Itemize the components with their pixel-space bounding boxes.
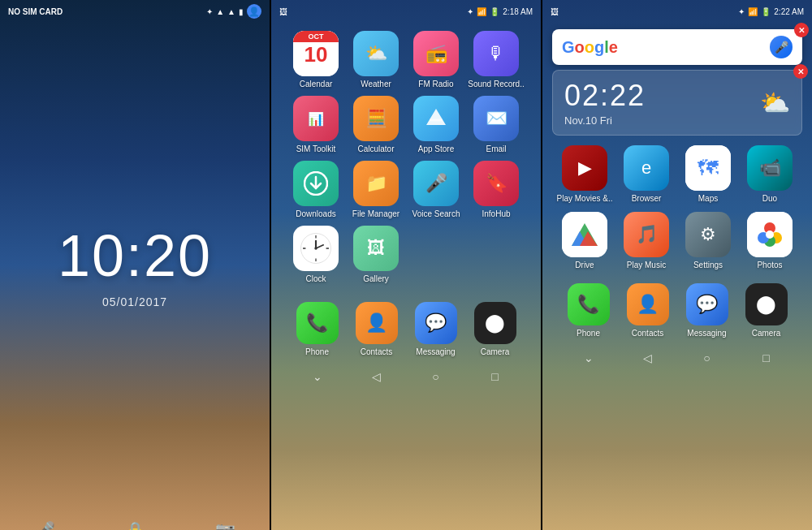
- calendar-icon: OCT 10: [293, 31, 339, 76]
- phone-label: Phone: [305, 347, 329, 357]
- dock-camera[interactable]: ⬤ Camera: [474, 302, 516, 357]
- voicesearch-label: Voice Search: [412, 209, 460, 219]
- home-camera-label: Camera: [752, 329, 781, 338]
- home-apps-grid: ▶ Play Movies &.. e Browser 🗺 Maps 📹 Duo: [542, 142, 812, 274]
- battery-icon3: 🔋: [761, 7, 771, 16]
- home-nav-recents[interactable]: □: [757, 348, 776, 368]
- play-music-label: Play Music: [627, 261, 666, 270]
- home-camera-icon: ⬤: [745, 283, 788, 325]
- app-maps[interactable]: 🗺 Maps: [679, 145, 737, 204]
- app-duo[interactable]: 📹 Duo: [741, 145, 799, 204]
- home-status-left-icons: 🖼: [551, 7, 559, 16]
- downloads-icon: [293, 161, 339, 206]
- no-sim-text: NO SIM CARD: [8, 7, 63, 16]
- home-phone-icon: 📞: [568, 283, 610, 325]
- app-play-movies[interactable]: ▶ Play Movies &..: [555, 145, 614, 204]
- play-music-icon: 🎵: [624, 212, 669, 257]
- maps-label: Maps: [698, 194, 718, 204]
- home-nav-home[interactable]: ○: [698, 348, 717, 368]
- home-dock-contacts[interactable]: 👤 Contacts: [627, 283, 669, 338]
- email-icon: ✉️: [473, 96, 519, 141]
- app-weather[interactable]: ⛅ Weather: [348, 31, 404, 89]
- avatar-icon: 👤: [247, 4, 261, 19]
- time-text: 2:18 AM: [503, 7, 533, 16]
- app-fm-radio[interactable]: 📻 FM Radio: [408, 31, 464, 89]
- cal-header: OCT: [293, 31, 339, 42]
- clock-widget: ✕ 02:22 Nov.10 Fri ⛅: [552, 70, 802, 136]
- camera-icon-dock: ⬤: [474, 302, 516, 344]
- app-sound-recorder[interactable]: 🎙 Sound Record..: [468, 31, 525, 89]
- app-settings[interactable]: ⚙ Settings: [679, 212, 737, 270]
- photos-icon-inner: [747, 212, 793, 257]
- lock-date: 05/01/2017: [102, 295, 167, 308]
- infohub-label: InfoHub: [482, 209, 510, 219]
- app-browser[interactable]: e Browser: [617, 145, 676, 204]
- weather-label: Weather: [361, 80, 391, 89]
- weather-icon: ⛅: [353, 31, 399, 76]
- google-mic-button[interactable]: 🎤: [770, 36, 793, 58]
- app-calendar[interactable]: OCT 10 Calendar: [287, 31, 344, 89]
- home-dock-messaging[interactable]: 💬 Messaging: [686, 283, 728, 338]
- sim-label: SIM Toolkit: [296, 144, 336, 154]
- dock-messaging[interactable]: 💬 Messaging: [415, 302, 457, 357]
- drive-icon-inner: [562, 212, 607, 257]
- home-messaging-icon: 💬: [686, 283, 728, 325]
- nav-home[interactable]: ○: [426, 367, 446, 386]
- google-widget-close[interactable]: ✕: [794, 23, 809, 37]
- home-phone-label: Phone: [577, 329, 600, 338]
- google-search-widget[interactable]: ✕ Google 🎤: [552, 29, 802, 65]
- apps-nav-bar: ⌄ ◁ ○ □: [271, 364, 541, 390]
- drive-label: Drive: [575, 261, 594, 270]
- camera-icon[interactable]: 📷: [213, 518, 237, 530]
- app-voice-search[interactable]: 🎤 Voice Search: [408, 161, 464, 219]
- play-movies-label: Play Movies &..: [557, 194, 613, 204]
- clock-widget-time: 02:22: [564, 79, 646, 113]
- home-nav-back[interactable]: ◁: [638, 348, 658, 368]
- app-gallery[interactable]: 🖼 Gallery: [348, 226, 404, 284]
- lock-icon[interactable]: 🔒: [123, 518, 147, 530]
- wifi-icon3: 📶: [748, 7, 758, 16]
- nav-chevron-down[interactable]: ⌄: [308, 367, 327, 386]
- clock-widget-close[interactable]: ✕: [793, 64, 808, 79]
- apps-status-bar: 🖼 ✦ 📶 🔋 2:18 AM: [271, 0, 541, 23]
- gallery-label: Gallery: [363, 274, 389, 284]
- dock-contacts[interactable]: 👤 Contacts: [356, 302, 398, 357]
- app-email[interactable]: ✉️ Email: [468, 96, 525, 154]
- voice-rec-icon: 🎙: [473, 31, 519, 76]
- home-contacts-label: Contacts: [632, 329, 663, 338]
- browser-label: Browser: [632, 194, 662, 204]
- app-drive[interactable]: Drive: [555, 212, 614, 270]
- app-calculator[interactable]: 🧮 Calculator: [348, 96, 404, 154]
- clock-widget-date: Nov.10 Fri: [564, 114, 646, 127]
- dock-phone[interactable]: 📞 Phone: [296, 302, 339, 357]
- home-status-right: ✦ 📶 🔋 2:22 AM: [738, 7, 804, 16]
- appstore-label: App Store: [418, 144, 454, 154]
- maps-icon: 🗺: [685, 145, 731, 191]
- app-drawer-panel: 🖼 ✦ 📶 🔋 2:18 AM OCT 10 Calendar ⛅ Weathe…: [271, 0, 541, 530]
- apps-dock: 📞 Phone 👤 Contacts 💬 Messaging ⬤ Camera: [271, 295, 541, 364]
- filemanager-label: File Manager: [352, 209, 400, 219]
- svg-point-9: [314, 247, 317, 249]
- app-clock[interactable]: Clock: [287, 226, 344, 284]
- app-file-manager[interactable]: 📁 File Manager: [348, 161, 404, 219]
- app-photos[interactable]: Photos: [741, 212, 799, 270]
- home-dock-phone[interactable]: 📞 Phone: [568, 283, 610, 338]
- app-appstore[interactable]: App Store: [408, 96, 464, 154]
- app-infohub[interactable]: 🔖 InfoHub: [468, 161, 525, 219]
- messaging-icon: 💬: [415, 302, 457, 344]
- app-downloads[interactable]: Downloads: [287, 161, 344, 219]
- duo-icon: 📹: [747, 145, 793, 191]
- maps-icon-inner: 🗺: [685, 145, 731, 191]
- bluetooth-icon: ✦: [206, 7, 213, 16]
- wifi-icon: ▲: [227, 7, 235, 16]
- home-dock-camera[interactable]: ⬤ Camera: [745, 283, 788, 338]
- app-play-music[interactable]: 🎵 Play Music: [617, 212, 676, 270]
- microphone-icon[interactable]: 🎤: [32, 518, 57, 530]
- app-sim-toolkit[interactable]: 📊 SIM Toolkit: [287, 96, 344, 154]
- home-nav-chevron[interactable]: ⌄: [579, 348, 598, 368]
- home-contacts-icon: 👤: [627, 283, 669, 325]
- cal-number: 10: [304, 44, 328, 65]
- camera-label: Camera: [481, 347, 510, 357]
- nav-recents[interactable]: □: [486, 367, 505, 386]
- nav-back[interactable]: ◁: [367, 367, 387, 386]
